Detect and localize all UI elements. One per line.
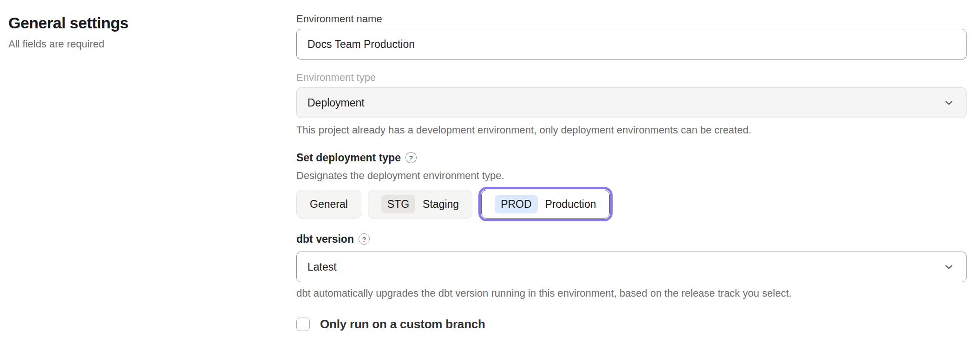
deployment-type-heading: Set deployment type <box>296 152 401 164</box>
deployment-type-general-label: General <box>310 198 348 211</box>
environment-name-label: Environment name <box>296 13 967 25</box>
dbt-version-heading-row: dbt version ? <box>296 233 967 245</box>
help-icon[interactable]: ? <box>359 233 370 245</box>
deployment-type-production-label: Production <box>545 198 596 211</box>
deployment-type-staging-label: Staging <box>423 198 459 211</box>
settings-intro: General settings All fields are required <box>0 0 296 345</box>
environment-type-label: Environment type <box>296 72 967 83</box>
environment-type-value: Deployment <box>307 97 365 109</box>
environment-type-select[interactable]: Deployment <box>296 87 967 118</box>
environment-name-input[interactable] <box>296 29 967 60</box>
dbt-version-helper: dbt automatically upgrades the dbt versi… <box>296 288 967 299</box>
page-subtitle: All fields are required <box>8 39 296 50</box>
dbt-version-value: Latest <box>307 261 337 273</box>
general-settings-page: General settings All fields are required… <box>0 0 980 345</box>
help-icon[interactable]: ? <box>405 152 417 163</box>
deployment-type-staging-button[interactable]: STG Staging <box>368 190 472 219</box>
deployment-type-general-button[interactable]: General <box>296 190 361 219</box>
environment-type-helper: This project already has a development e… <box>296 125 967 135</box>
custom-branch-label[interactable]: Only run on a custom branch <box>320 317 485 332</box>
page-title: General settings <box>8 14 296 32</box>
deployment-type-options: General STG Staging PROD Production <box>296 190 967 219</box>
custom-branch-checkbox[interactable] <box>296 318 310 331</box>
production-badge: PROD <box>495 195 537 213</box>
deployment-type-heading-row: Set deployment type ? <box>296 152 967 164</box>
chevron-down-icon <box>943 97 955 109</box>
dbt-version-heading: dbt version <box>296 233 354 245</box>
staging-badge: STG <box>381 195 415 213</box>
dbt-version-select[interactable]: Latest <box>296 252 967 282</box>
deployment-type-production-button[interactable]: PROD Production <box>481 190 609 219</box>
chevron-down-icon <box>943 261 955 273</box>
custom-branch-row: Only run on a custom branch <box>296 317 967 332</box>
deployment-type-helper: Designates the deployment environment ty… <box>296 170 967 181</box>
environment-form: Environment name Environment type Deploy… <box>296 0 967 345</box>
